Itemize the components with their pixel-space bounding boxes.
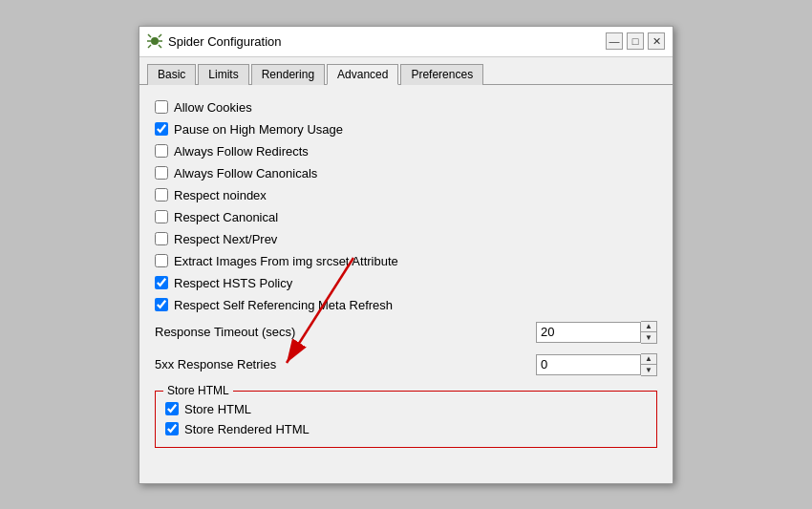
- tab-bar: Basic Limits Rendering Advanced Preferen…: [139, 57, 673, 85]
- 5xx-retries-row: 5xx Response Retries ▲ ▼: [155, 349, 657, 381]
- allow-cookies-label[interactable]: Allow Cookies: [174, 100, 252, 115]
- svg-line-6: [159, 45, 161, 48]
- checkbox-extract-images: Extract Images From img srcset Attribute: [155, 250, 657, 272]
- self-referencing-label[interactable]: Respect Self Referencing Meta Refresh: [174, 298, 393, 312]
- self-referencing-checkbox[interactable]: [155, 298, 168, 311]
- next-prev-checkbox[interactable]: [155, 232, 168, 245]
- hsts-label[interactable]: Respect HSTS Policy: [174, 276, 292, 290]
- follow-canonicals-checkbox[interactable]: [155, 166, 168, 180]
- 5xx-retries-increment[interactable]: ▲: [641, 354, 656, 365]
- response-timeout-label: Response Timeout (secs): [155, 325, 295, 339]
- response-timeout-spinner: ▲ ▼: [536, 321, 657, 344]
- checkbox-noindex: Respect noindex: [155, 184, 657, 206]
- next-prev-label[interactable]: Respect Next/Prev: [174, 232, 277, 246]
- store-rendered-html-label[interactable]: Store Rendered HTML: [184, 422, 310, 436]
- checkbox-follow-redirects: Always Follow Redirects: [155, 140, 657, 162]
- close-button[interactable]: ✕: [648, 32, 665, 50]
- extract-images-checkbox[interactable]: [155, 254, 168, 267]
- store-html-group: Store HTML Store HTML Store Rendered HTM…: [155, 391, 657, 448]
- response-timeout-row: Response Timeout (secs) ▲ ▼: [155, 316, 657, 349]
- store-html-label[interactable]: Store HTML: [184, 402, 251, 416]
- svg-line-4: [159, 34, 161, 37]
- checkbox-canonical: Respect Canonical: [155, 206, 657, 228]
- 5xx-retries-label: 5xx Response Retries: [155, 357, 276, 371]
- store-html-row: Store HTML: [165, 399, 647, 419]
- pause-high-memory-checkbox[interactable]: [155, 122, 168, 136]
- window-title: Spider Configuration: [168, 34, 282, 49]
- noindex-label[interactable]: Respect noindex: [174, 188, 267, 202]
- checkbox-hsts: Respect HSTS Policy: [155, 272, 657, 294]
- follow-canonicals-label[interactable]: Always Follow Canonicals: [174, 166, 317, 180]
- tab-advanced[interactable]: Advanced: [327, 64, 398, 85]
- 5xx-retries-decrement[interactable]: ▼: [641, 365, 656, 375]
- canonical-label[interactable]: Respect Canonical: [174, 210, 278, 224]
- svg-point-0: [151, 37, 159, 45]
- content-area: Allow Cookies Pause on High Memory Usage…: [139, 85, 673, 459]
- svg-line-3: [148, 45, 151, 48]
- svg-line-1: [148, 34, 151, 37]
- extract-images-label[interactable]: Extract Images From img srcset Attribute: [174, 254, 398, 268]
- canonical-checkbox[interactable]: [155, 210, 168, 223]
- allow-cookies-checkbox[interactable]: [155, 100, 168, 114]
- hsts-checkbox[interactable]: [155, 276, 168, 289]
- tab-basic[interactable]: Basic: [147, 64, 196, 85]
- tab-limits[interactable]: Limits: [198, 64, 248, 85]
- store-html-legend: Store HTML: [163, 384, 233, 397]
- checkbox-pause-memory: Pause on High Memory Usage: [155, 118, 657, 140]
- response-timeout-decrement[interactable]: ▼: [641, 332, 656, 343]
- title-bar-left: Spider Configuration: [147, 33, 282, 49]
- response-timeout-increment[interactable]: ▲: [641, 322, 656, 332]
- store-html-checkbox[interactable]: [165, 402, 179, 415]
- tab-preferences[interactable]: Preferences: [400, 64, 483, 85]
- follow-redirects-label[interactable]: Always Follow Redirects: [174, 144, 309, 159]
- checkbox-allow-cookies: Allow Cookies: [155, 96, 657, 118]
- title-bar-controls: — □ ✕: [606, 32, 665, 50]
- checkbox-next-prev: Respect Next/Prev: [155, 228, 657, 250]
- response-timeout-input[interactable]: [536, 322, 641, 343]
- follow-redirects-checkbox[interactable]: [155, 144, 168, 158]
- noindex-checkbox[interactable]: [155, 188, 168, 201]
- main-window: Spider Configuration — □ ✕ Basic Limits …: [139, 26, 673, 484]
- spider-icon: [147, 33, 162, 49]
- store-rendered-html-row: Store Rendered HTML: [165, 419, 647, 439]
- 5xx-retries-spinner-buttons: ▲ ▼: [641, 353, 657, 376]
- 5xx-retries-spinner: ▲ ▼: [536, 353, 657, 376]
- title-bar: Spider Configuration — □ ✕: [139, 27, 673, 57]
- tab-rendering[interactable]: Rendering: [251, 64, 325, 85]
- 5xx-retries-input[interactable]: [536, 354, 641, 375]
- pause-high-memory-label[interactable]: Pause on High Memory Usage: [174, 122, 343, 137]
- checkbox-follow-canonicals: Always Follow Canonicals: [155, 162, 657, 184]
- maximize-button[interactable]: □: [627, 32, 644, 50]
- checkbox-self-referencing: Respect Self Referencing Meta Refresh: [155, 294, 657, 316]
- minimize-button[interactable]: —: [606, 32, 623, 50]
- store-rendered-html-checkbox[interactable]: [165, 422, 179, 435]
- response-timeout-spinner-buttons: ▲ ▼: [641, 321, 657, 344]
